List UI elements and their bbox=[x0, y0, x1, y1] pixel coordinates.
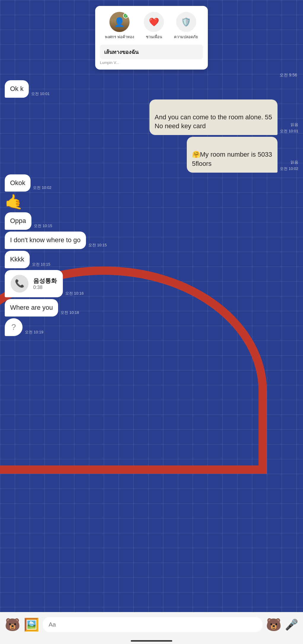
voice-duration: 0:38 bbox=[33, 285, 57, 290]
time-oppa: 오전 10:15 bbox=[34, 223, 52, 229]
message-row-okk: Ok k 오전 10:01 bbox=[5, 80, 298, 98]
avatar-item[interactable]: 👤 ✓ พงศกร พ่อค้าทอง bbox=[105, 12, 134, 40]
time-voice: 오전 10:16 bbox=[65, 291, 84, 296]
bubble-okok: Okok bbox=[5, 174, 31, 192]
profile-card: 👤 ✓ พงศกร พ่อค้าทอง ❤️ ชวนเพื่อน 🛡️ ความ… bbox=[95, 6, 208, 70]
sub-text: Lumpin V... bbox=[100, 60, 203, 65]
profile-name: พงศกร พ่อค้าทอง bbox=[105, 34, 134, 40]
safety-icon: 🛡️ bbox=[176, 12, 196, 32]
bubble-question: ? bbox=[5, 318, 23, 336]
message-row-voice: 📞 음성통화 0:38 오전 10:16 bbox=[5, 270, 298, 297]
avatar-circle: 👤 ✓ bbox=[109, 12, 130, 32]
read-label-room: 읽음 bbox=[291, 122, 298, 127]
sticker-emoji: 🤙 bbox=[5, 193, 23, 211]
bubble-oppa: Oppa bbox=[5, 212, 31, 230]
message-row-okok: Okok 오전 10:02 bbox=[5, 174, 298, 192]
message-row-room: 읽음 오전 10:01 And you can come to the room… bbox=[5, 99, 298, 135]
time-dontknow: 오전 10:15 bbox=[88, 242, 107, 248]
message-row-kkkk: Kkkk 오전 10:15 bbox=[5, 251, 298, 268]
chat-container: 👤 ✓ พงศกร พ่อค้าทอง ❤️ ชวนเพื่อน 🛡️ ความ… bbox=[0, 6, 303, 373]
timestamp-956: 오전 9:56 bbox=[0, 73, 303, 78]
bubble-room: And you can come to the room alone. 55 N… bbox=[149, 99, 278, 135]
safety-item[interactable]: 🛡️ ความปลอดภัย bbox=[174, 12, 198, 40]
online-badge: ✓ bbox=[123, 13, 128, 18]
invite-friend-item[interactable]: ❤️ ชวนเพื่อน bbox=[144, 12, 164, 40]
route-label-box[interactable]: เส้นทางของฉัน bbox=[100, 45, 203, 59]
bubble-whereareyou: Where are you bbox=[5, 299, 58, 317]
voice-bubble[interactable]: 📞 음성통화 0:38 bbox=[5, 270, 63, 297]
time-okk: 오전 10:01 bbox=[31, 91, 50, 97]
message-row-dontknow: I don't know where to go 오전 10:15 bbox=[5, 232, 298, 249]
safety-label: ความปลอดภัย bbox=[174, 34, 198, 40]
message-row-whereareyou: Where are you 오전 10:18 bbox=[5, 299, 298, 317]
invite-friend-label: ชวนเพื่อน bbox=[146, 34, 162, 40]
bear-emoji-button[interactable]: 🐻 bbox=[266, 617, 281, 632]
voice-icon: 📞 bbox=[11, 275, 28, 293]
bubble-kkkk: Kkkk bbox=[5, 251, 30, 268]
voice-info: 음성통화 0:38 bbox=[33, 277, 57, 290]
read-label-5033: 읽음 bbox=[291, 160, 298, 165]
route-label-text: เส้นทางของฉัน bbox=[104, 49, 138, 55]
message-input[interactable] bbox=[43, 617, 262, 632]
sticker-row: 🤙 bbox=[5, 193, 298, 211]
time-5033: 오전 10:02 bbox=[280, 166, 298, 171]
time-okok: 오전 10:02 bbox=[33, 185, 51, 190]
bubble-5033: 🤗My room number is 5033 5floors bbox=[187, 137, 278, 172]
message-row-5033: 읽음 오전 10:02 🤗My room number is 5033 5flo… bbox=[5, 137, 298, 172]
time-room: 오전 10:01 bbox=[280, 129, 298, 134]
bubble-okk: Ok k bbox=[5, 80, 29, 98]
card-icons-row: 👤 ✓ พงศกร พ่อค้าทอง ❤️ ชวนเพื่อน 🛡️ ความ… bbox=[100, 12, 203, 40]
photo-button[interactable]: 🖼️ bbox=[24, 617, 39, 632]
voice-title: 음성통화 bbox=[33, 277, 57, 285]
bubble-dontknow: I don't know where to go bbox=[5, 232, 86, 249]
time-whereareyou: 오전 10:18 bbox=[60, 310, 79, 315]
invite-friend-icon: ❤️ bbox=[144, 12, 164, 32]
time-question: 오전 10:19 bbox=[25, 330, 43, 335]
message-row-question: ? 오전 10:19 bbox=[5, 318, 298, 336]
sticker-button[interactable]: 🐻 bbox=[5, 617, 20, 632]
home-indicator bbox=[131, 640, 172, 642]
voice-button[interactable]: 🎤 bbox=[285, 619, 298, 631]
message-row-oppa: Oppa 오전 10:15 bbox=[5, 212, 298, 230]
bottom-toolbar: 🐻 🖼️ 🐻 🎤 bbox=[0, 612, 303, 644]
time-kkkk: 오전 10:15 bbox=[32, 262, 50, 267]
